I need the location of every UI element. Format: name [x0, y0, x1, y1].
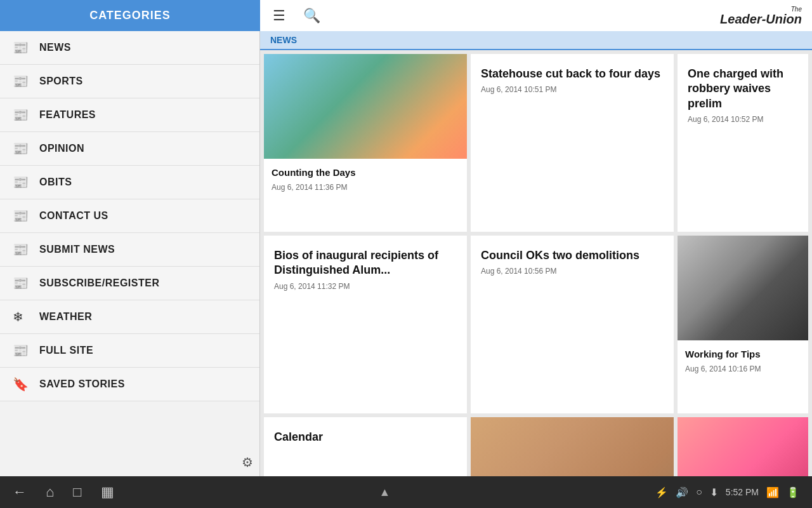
- article-image-6: [678, 236, 808, 340]
- sidebar-news-label: NEWS: [39, 42, 71, 53]
- article-title-6: Working for Tips: [685, 348, 801, 361]
- sidebar-sports-label: SPORTS: [39, 76, 83, 87]
- article-title-5: Council OKs two demolitions: [481, 248, 664, 263]
- clock: 5:52 PM: [726, 487, 759, 497]
- article-card-3[interactable]: One charged with robbery waives prelim A…: [678, 54, 808, 232]
- search-button[interactable]: 🔍: [301, 5, 323, 27]
- article-title-7: Calendar: [274, 430, 457, 444]
- status-area: ⚡ 🔊 ○ ⬇ 5:52 PM 📶 🔋: [655, 486, 799, 498]
- sidebar: 📰 NEWS 📰 SPORTS 📰 FEATURES 📰 OPINION 📰 O…: [0, 31, 260, 476]
- article-card-1[interactable]: Counting the Days Aug 6, 2014 11:36 PM: [264, 54, 467, 232]
- article-body-2: Statehouse cut back to four days Aug 6, …: [471, 54, 674, 232]
- article-card-6[interactable]: Working for Tips Aug 6, 2014 10:16 PM: [678, 236, 808, 413]
- categories-header: CATEGORIES: [0, 0, 260, 31]
- news-grid: Counting the Days Aug 6, 2014 11:36 PM S…: [260, 50, 812, 476]
- wifi-icon: 📶: [766, 486, 779, 498]
- logo: The Leader-Union: [720, 6, 802, 25]
- sidebar-item-saved[interactable]: 🔖 SAVED STORIES: [0, 368, 259, 401]
- article-date-4: Aug 6, 2014 11:32 PM: [274, 282, 457, 291]
- home-button[interactable]: ⌂: [46, 484, 54, 500]
- sidebar-contact-label: CONTACT US: [39, 210, 108, 222]
- sidebar-submit-label: SUBMIT NEWS: [39, 244, 115, 255]
- sidebar-item-features[interactable]: 📰 FEATURES: [0, 98, 259, 132]
- article-date-1: Aug 6, 2014 11:36 PM: [272, 183, 459, 192]
- back-button[interactable]: ←: [13, 484, 27, 500]
- article-date-6: Aug 6, 2014 10:16 PM: [685, 364, 801, 373]
- sidebar-item-weather[interactable]: ❄ WEATHER: [0, 300, 259, 334]
- audio-icon: 🔊: [676, 486, 688, 498]
- sidebar-opinion-label: OPINION: [39, 143, 84, 154]
- opinion-icon: 📰: [13, 141, 29, 156]
- main-header: ☰ 🔍 The Leader-Union: [260, 0, 812, 31]
- sidebar-item-sports[interactable]: 📰 SPORTS: [0, 65, 259, 98]
- sidebar-item-subscribe[interactable]: 📰 SUBSCRIBE/REGISTER: [0, 267, 259, 300]
- article-body-6: Working for Tips Aug 6, 2014 10:16 PM: [678, 340, 808, 413]
- header-icons: ☰ 🔍: [270, 5, 323, 27]
- sports-icon: 📰: [13, 74, 29, 89]
- settings-button[interactable]: ⚙: [242, 455, 253, 470]
- sidebar-weather-label: WEATHER: [39, 311, 92, 323]
- sidebar-bottom: ⚙: [0, 401, 259, 476]
- main-area: 📰 NEWS 📰 SPORTS 📰 FEATURES 📰 OPINION 📰 O…: [0, 31, 812, 476]
- content-area: NEWS Counting the Days Aug 6, 2014 11:36…: [260, 31, 812, 476]
- obits-icon: 📰: [13, 175, 29, 190]
- usb-icon: ⚡: [655, 486, 668, 498]
- sidebar-item-contact[interactable]: 📰 CONTACT US: [0, 199, 259, 233]
- article-image-1: [264, 54, 467, 159]
- sidebar-fullsite-label: FULL SITE: [39, 345, 93, 356]
- article-date-5: Aug 6, 2014 10:56 PM: [481, 267, 664, 276]
- saved-icon: 🔖: [13, 377, 29, 392]
- article-body-1: Counting the Days Aug 6, 2014 11:36 PM: [264, 159, 467, 232]
- article-title-1: Counting the Days: [272, 166, 459, 179]
- article-card-7[interactable]: Calendar: [264, 417, 467, 476]
- sidebar-item-submit[interactable]: 📰 SUBMIT NEWS: [0, 233, 259, 267]
- article-image-8: [471, 417, 674, 476]
- sidebar-obits-label: OBITS: [39, 177, 72, 188]
- menu-button[interactable]: ☰: [270, 5, 288, 27]
- submit-icon: 📰: [13, 242, 29, 257]
- weather-icon: ❄: [13, 309, 29, 324]
- bottom-nav: ← ⌂ □ ▦ ▲ ⚡ 🔊 ○ ⬇ 5:52 PM 📶 🔋: [0, 476, 812, 508]
- article-card-2[interactable]: Statehouse cut back to four days Aug 6, …: [471, 54, 674, 232]
- news-icon: 📰: [13, 40, 29, 55]
- sidebar-item-obits[interactable]: 📰 OBITS: [0, 166, 259, 199]
- article-image-9: [678, 417, 808, 476]
- subscribe-icon: 📰: [13, 276, 29, 291]
- sidebar-item-opinion[interactable]: 📰 OPINION: [0, 132, 259, 166]
- article-title-3: One charged with robbery waives prelim: [688, 67, 798, 111]
- article-card-4[interactable]: Bios of inaugural recipients of Distingu…: [264, 236, 467, 413]
- active-tab-label: NEWS: [270, 35, 297, 45]
- article-body-7: Calendar: [264, 417, 467, 476]
- article-body-5: Council OKs two demolitions Aug 6, 2014 …: [471, 236, 674, 413]
- article-body-3: One charged with robbery waives prelim A…: [678, 54, 808, 232]
- signal-icon: ○: [696, 486, 702, 498]
- battery-icon: 🔋: [787, 486, 799, 498]
- news-tab[interactable]: NEWS: [260, 31, 812, 50]
- article-card-8[interactable]: [471, 417, 674, 476]
- recents-button[interactable]: □: [73, 484, 81, 500]
- article-card-5[interactable]: Council OKs two demolitions Aug 6, 2014 …: [471, 236, 674, 413]
- contact-icon: 📰: [13, 208, 29, 224]
- sidebar-saved-label: SAVED STORIES: [39, 378, 125, 390]
- scroll-up-button[interactable]: ▲: [379, 486, 390, 499]
- article-card-9[interactable]: [678, 417, 808, 476]
- sidebar-item-news[interactable]: 📰 NEWS: [0, 31, 259, 65]
- top-bar: CATEGORIES ☰ 🔍 The Leader-Union: [0, 0, 812, 31]
- article-title-4: Bios of inaugural recipients of Distingu…: [274, 248, 457, 278]
- features-icon: 📰: [13, 107, 29, 123]
- sidebar-subscribe-label: SUBSCRIBE/REGISTER: [39, 277, 159, 289]
- article-title-2: Statehouse cut back to four days: [481, 67, 664, 81]
- categories-title: CATEGORIES: [89, 9, 171, 22]
- nav-buttons: ← ⌂ □ ▦: [13, 484, 114, 500]
- article-date-2: Aug 6, 2014 10:51 PM: [481, 85, 664, 94]
- screenshot-button[interactable]: ▦: [101, 484, 114, 500]
- sidebar-item-fullsite[interactable]: 📰 FULL SITE: [0, 334, 259, 368]
- download-icon: ⬇: [710, 486, 718, 498]
- logo-main-text: Leader-Union: [720, 12, 802, 26]
- sidebar-features-label: FEATURES: [39, 109, 96, 121]
- fullsite-icon: 📰: [13, 343, 29, 358]
- article-body-4: Bios of inaugural recipients of Distingu…: [264, 236, 467, 413]
- article-date-3: Aug 6, 2014 10:52 PM: [688, 115, 798, 124]
